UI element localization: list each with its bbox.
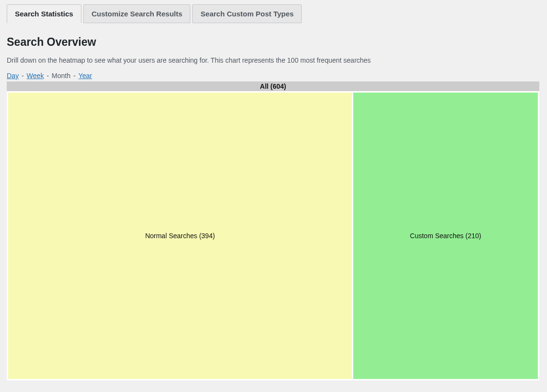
time-range-links: Day - Week - Month - Year xyxy=(7,72,540,80)
range-week[interactable]: Week xyxy=(27,72,44,80)
range-sep: - xyxy=(71,72,77,80)
heatmap-block-label: Custom Searches (210) xyxy=(410,232,481,240)
heatmap-header[interactable]: All (604) xyxy=(7,81,539,91)
page-title: Search Overview xyxy=(7,36,540,49)
page-description: Drill down on the heatmap to see what yo… xyxy=(7,56,540,64)
heatmap-block-label: Normal Searches (394) xyxy=(145,232,215,240)
tab-search-statistics[interactable]: Search Statistics xyxy=(7,4,81,23)
heatmap-chart: All (604) Normal Searches (394) Custom S… xyxy=(7,81,539,380)
range-sep: - xyxy=(45,72,51,80)
tab-bar: Search Statistics Customize Search Resul… xyxy=(7,4,540,23)
tab-customize-search-results[interactable]: Customize Search Results xyxy=(83,4,190,23)
range-month: Month xyxy=(52,72,70,80)
range-sep: - xyxy=(20,72,26,80)
heatmap-block-custom-searches[interactable]: Custom Searches (210) xyxy=(353,93,538,379)
tab-search-custom-post-types[interactable]: Search Custom Post Types xyxy=(192,4,302,23)
heatmap-block-normal-searches[interactable]: Normal Searches (394) xyxy=(8,93,352,379)
range-day[interactable]: Day xyxy=(7,72,19,80)
heatmap-body: Normal Searches (394) Custom Searches (2… xyxy=(7,91,539,380)
range-year[interactable]: Year xyxy=(79,72,92,80)
